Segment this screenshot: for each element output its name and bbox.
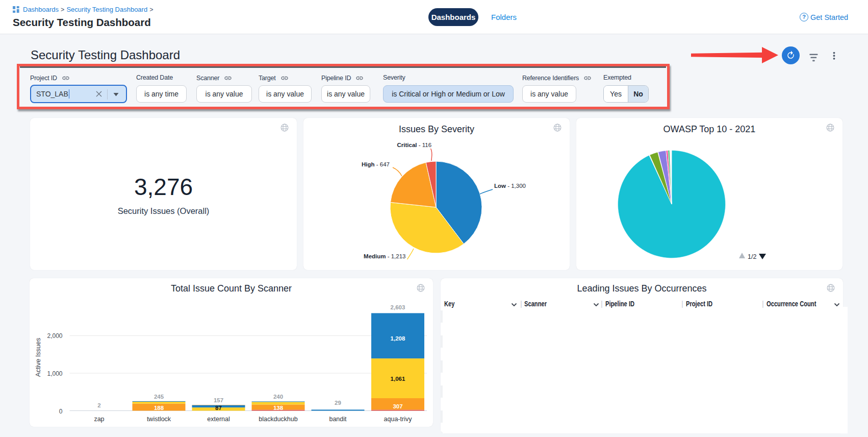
svg-text:1,000: 1,000 bbox=[47, 370, 62, 377]
svg-text:High - 647: High - 647 bbox=[362, 161, 390, 167]
svg-text:Low - 1,300: Low - 1,300 bbox=[494, 183, 526, 189]
svg-text:29: 29 bbox=[335, 400, 341, 406]
svg-text:2: 2 bbox=[97, 402, 100, 408]
svg-text:twistlock: twistlock bbox=[147, 416, 171, 423]
svg-text:240: 240 bbox=[273, 394, 283, 400]
svg-text:2,603: 2,603 bbox=[391, 304, 405, 310]
svg-text:bandit: bandit bbox=[329, 416, 347, 423]
svg-text:188: 188 bbox=[154, 405, 164, 411]
svg-text:1,061: 1,061 bbox=[391, 376, 405, 382]
svg-text:blackduckhub: blackduckhub bbox=[259, 416, 297, 423]
svg-text:307: 307 bbox=[393, 403, 402, 409]
svg-text:Critical - 116: Critical - 116 bbox=[397, 142, 432, 148]
svg-text:external: external bbox=[207, 416, 229, 423]
svg-text:138: 138 bbox=[273, 405, 284, 411]
svg-text:245: 245 bbox=[154, 394, 164, 400]
svg-text:0: 0 bbox=[59, 408, 63, 415]
svg-text:Active Issues: Active Issues bbox=[34, 337, 42, 377]
svg-text:157: 157 bbox=[214, 397, 223, 403]
svg-text:87: 87 bbox=[215, 405, 222, 411]
svg-text:aqua-trivy: aqua-trivy bbox=[384, 416, 413, 423]
svg-text:2,000: 2,000 bbox=[47, 332, 62, 339]
svg-text:1/2: 1/2 bbox=[748, 253, 756, 260]
svg-text:Medium - 1,213: Medium - 1,213 bbox=[364, 253, 405, 259]
svg-text:zap: zap bbox=[94, 416, 104, 423]
svg-text:1,208: 1,208 bbox=[391, 335, 405, 342]
